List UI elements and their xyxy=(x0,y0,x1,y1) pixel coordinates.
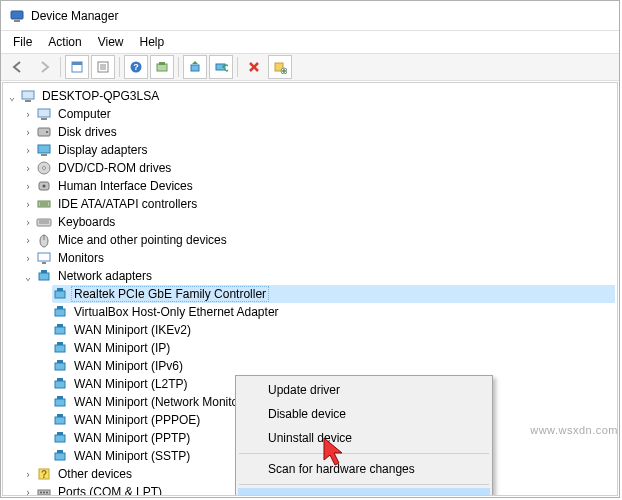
toolbar-properties-button[interactable] xyxy=(91,55,115,79)
svg-rect-43 xyxy=(57,288,63,291)
titlebar[interactable]: Device Manager xyxy=(1,1,619,31)
expand-icon[interactable]: › xyxy=(21,181,35,192)
svg-point-29 xyxy=(43,185,46,188)
expand-icon[interactable]: › xyxy=(21,487,35,497)
ctx-separator xyxy=(239,453,489,454)
svg-point-66 xyxy=(43,492,45,494)
tree-category-label: Keyboards xyxy=(55,214,118,230)
net-icon xyxy=(52,322,68,338)
toolbar-update-button[interactable] xyxy=(150,55,174,79)
tree-device-label: WAN Miniport (IPv6) xyxy=(71,358,186,374)
svg-point-67 xyxy=(46,492,48,494)
ctx-update-driver[interactable]: Update driver xyxy=(238,378,490,402)
ctx-disable-device[interactable]: Disable device xyxy=(238,402,490,426)
svg-rect-1 xyxy=(14,20,20,22)
svg-rect-52 xyxy=(55,381,65,388)
toolbar-show-hidden-button[interactable] xyxy=(65,55,89,79)
collapse-icon[interactable]: ⌄ xyxy=(21,271,35,282)
tree-category[interactable]: ›Keyboards xyxy=(5,213,615,231)
svg-point-23 xyxy=(46,131,48,133)
tree-device[interactable]: Realtek PCIe GbE Family Controller xyxy=(5,285,615,303)
menu-file[interactable]: File xyxy=(5,33,40,51)
toolbar-separator xyxy=(60,57,61,77)
expand-icon[interactable]: › xyxy=(21,253,35,264)
toolbar-forward-button[interactable] xyxy=(32,55,56,79)
ide-icon xyxy=(36,196,52,212)
svg-rect-25 xyxy=(41,154,47,156)
toolbar-uninstall-button[interactable] xyxy=(242,55,266,79)
svg-rect-57 xyxy=(57,414,63,417)
svg-rect-60 xyxy=(55,453,65,460)
app-icon xyxy=(9,8,25,24)
tree-category-label: Disk drives xyxy=(55,124,120,140)
tree-category[interactable]: ›Computer xyxy=(5,105,615,123)
svg-rect-24 xyxy=(38,145,50,153)
toolbar-separator xyxy=(119,57,120,77)
svg-rect-44 xyxy=(55,309,65,316)
expand-icon[interactable]: › xyxy=(21,127,35,138)
net-icon xyxy=(52,376,68,392)
net-icon xyxy=(52,304,68,320)
tree-category[interactable]: ›Mice and other pointing devices xyxy=(5,231,615,249)
tree-device[interactable]: WAN Miniport (IKEv2) xyxy=(5,321,615,339)
tree-device-label: WAN Miniport (L2TP) xyxy=(71,376,191,392)
menu-view[interactable]: View xyxy=(90,33,132,51)
tree-category[interactable]: ⌄Network adapters xyxy=(5,267,615,285)
toolbar: ? xyxy=(1,53,619,81)
expand-icon[interactable]: › xyxy=(21,199,35,210)
svg-rect-39 xyxy=(42,262,46,264)
menu-action[interactable]: Action xyxy=(40,33,89,51)
tree-category[interactable]: ›IDE ATA/ATAPI controllers xyxy=(5,195,615,213)
ports-icon xyxy=(36,484,52,496)
svg-rect-53 xyxy=(57,378,63,381)
device-tree[interactable]: ⌄ DESKTOP-QPG3LSA ›Computer›Disk drives›… xyxy=(2,82,618,496)
svg-rect-61 xyxy=(57,450,63,453)
expand-icon[interactable]: › xyxy=(21,109,35,120)
tree-device[interactable]: VirtualBox Host-Only Ethernet Adapter xyxy=(5,303,615,321)
toolbar-separator xyxy=(178,57,179,77)
monitor-icon xyxy=(36,250,52,266)
svg-rect-46 xyxy=(55,327,65,334)
toolbar-help-button[interactable]: ? xyxy=(124,55,148,79)
svg-point-65 xyxy=(40,492,42,494)
expand-icon[interactable]: › xyxy=(21,145,35,156)
tree-device-label: WAN Miniport (Network Monitor) xyxy=(71,394,249,410)
svg-rect-38 xyxy=(38,253,50,261)
svg-rect-20 xyxy=(38,109,50,117)
tree-category-label: Monitors xyxy=(55,250,107,266)
menu-help[interactable]: Help xyxy=(132,33,173,51)
tree-device[interactable]: WAN Miniport (IPv6) xyxy=(5,357,615,375)
tree-category[interactable]: ›DVD/CD-ROM drives xyxy=(5,159,615,177)
ctx-uninstall-device[interactable]: Uninstall device xyxy=(238,426,490,450)
tree-root[interactable]: ⌄ DESKTOP-QPG3LSA xyxy=(5,87,615,105)
tree-device[interactable]: WAN Miniport (IP) xyxy=(5,339,615,357)
tree-category[interactable]: ›Human Interface Devices xyxy=(5,177,615,195)
tree-category[interactable]: ›Display adapters xyxy=(5,141,615,159)
toolbar-back-button[interactable] xyxy=(6,55,30,79)
other-icon: ? xyxy=(36,466,52,482)
expand-icon[interactable]: › xyxy=(21,217,35,228)
svg-rect-51 xyxy=(57,360,63,363)
net-icon xyxy=(52,340,68,356)
expand-icon[interactable]: › xyxy=(21,235,35,246)
toolbar-add-legacy-button[interactable] xyxy=(268,55,292,79)
expand-icon[interactable]: › xyxy=(21,469,35,480)
tree-category-label: IDE ATA/ATAPI controllers xyxy=(55,196,200,212)
toolbar-update-driver-button[interactable] xyxy=(183,55,207,79)
ctx-properties[interactable]: Properties xyxy=(238,488,490,496)
ctx-separator xyxy=(239,484,489,485)
svg-rect-10 xyxy=(157,64,167,71)
svg-rect-11 xyxy=(159,62,165,65)
tree-device-label: Realtek PCIe GbE Family Controller xyxy=(71,286,269,302)
tree-category[interactable]: ›Monitors xyxy=(5,249,615,267)
hid-icon xyxy=(36,178,52,194)
toolbar-scan-button[interactable] xyxy=(209,55,233,79)
net-icon xyxy=(52,394,68,410)
expand-icon[interactable]: › xyxy=(21,163,35,174)
tree-category[interactable]: ›Disk drives xyxy=(5,123,615,141)
tree-device-label: VirtualBox Host-Only Ethernet Adapter xyxy=(71,304,282,320)
mouse-icon xyxy=(36,232,52,248)
tree-device-label: WAN Miniport (IP) xyxy=(71,340,173,356)
ctx-scan-hardware[interactable]: Scan for hardware changes xyxy=(238,457,490,481)
collapse-icon[interactable]: ⌄ xyxy=(5,91,19,102)
